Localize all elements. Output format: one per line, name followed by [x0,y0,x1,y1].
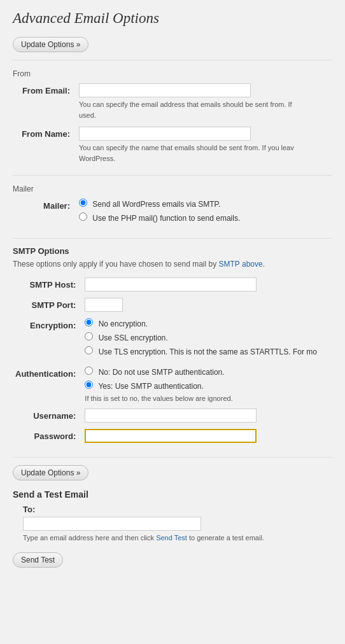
from-name-input[interactable] [79,127,251,141]
phpmail-radio-label[interactable]: Use the PHP mail() function to send emai… [79,213,330,223]
no-auth-text: No: Do not use SMTP authentication. [99,368,225,377]
tls-encryption-label[interactable]: Use TLS encryption. This is not the same… [85,346,330,356]
encryption-radio-group: No encryption. Use SSL encryption. Use T… [85,318,330,356]
smtp-host-field-cell [82,275,332,295]
tls-encryption-radio[interactable] [85,346,93,354]
phpmail-radio[interactable] [79,213,87,221]
test-email-help: Type an email address here and then clic… [23,533,265,543]
from-name-help: You can specify the name that emails sho… [79,143,321,164]
smtp-host-label: SMTP Host: [13,275,82,295]
from-email-row: From Email: You can specify the email ad… [13,81,332,124]
yes-auth-label[interactable]: Yes: Use SMTP authentication. [85,381,330,391]
password-label: Password: [13,426,82,447]
send-test-link[interactable]: Send Test [156,534,187,542]
from-name-field-cell: You can specify the name that emails sho… [76,124,332,167]
update-options-bottom-button[interactable]: Update Options » [13,465,88,480]
from-section-label: From [13,69,332,78]
send-test-container: Send Test [13,552,332,568]
from-name-row: From Name: You can specify the name that… [13,124,332,167]
tls-encryption-text: Use TLS encryption. This is not the same… [99,347,317,356]
ssl-encryption-label[interactable]: Use SSL encryption. [85,332,330,342]
test-section-heading: Send a Test Email [13,489,332,500]
test-email-input[interactable] [23,517,201,531]
mailer-row: Mailer: Send all WordPress emails via SM… [13,196,332,230]
update-options-top-button[interactable]: Update Options » [13,37,88,52]
encryption-row: Encryption: No encryption. Use SSL encry… [13,316,332,364]
smtp-port-row: SMTP Port: [13,295,332,316]
page-title: Advanced Email Options [13,10,332,27]
smtp-radio[interactable] [79,199,87,207]
authentication-label: Authentication: [13,364,82,406]
mailer-field-cell: Send all WordPress emails via SMTP. Use … [76,196,332,230]
auth-radio-group: No: Do not use SMTP authentication. Yes:… [85,367,330,391]
no-encryption-text: No encryption. [99,319,148,328]
mailer-section-label: Mailer [13,185,332,193]
smtp-link[interactable]: SMTP above [219,260,263,269]
smtp-port-input[interactable] [85,298,123,312]
encryption-field-cell: No encryption. Use SSL encryption. Use T… [82,316,332,364]
smtp-form-table: SMTP Host: SMTP Port: Encryption: No enc… [13,275,332,447]
ssl-encryption-radio[interactable] [85,332,93,340]
from-email-input[interactable] [79,83,251,97]
phpmail-radio-text: Use the PHP mail() function to send emai… [92,214,240,223]
username-field-cell [82,406,332,426]
smtp-port-label: SMTP Port: [13,295,82,316]
password-field-cell [82,426,332,447]
username-row: Username: [13,406,332,426]
password-row: Password: [13,426,332,447]
from-form-table: From Email: You can specify the email ad… [13,81,332,167]
test-email-container: To: Type an email address here and then … [23,505,332,543]
smtp-radio-label[interactable]: Send all WordPress emails via SMTP. [79,199,330,209]
from-email-field-cell: You can specify the email address that e… [76,81,332,124]
no-auth-radio[interactable] [85,367,93,375]
no-encryption-label[interactable]: No encryption. [85,318,330,328]
smtp-port-field-cell [82,295,332,316]
authentication-field-cell: No: Do not use SMTP authentication. Yes:… [82,364,332,406]
smtp-host-input[interactable] [85,277,257,291]
username-label: Username: [13,406,82,426]
mailer-radio-group: Send all WordPress emails via SMTP. Use … [79,199,330,223]
username-input[interactable] [85,409,257,423]
smtp-host-row: SMTP Host: [13,275,332,295]
auth-note: If this is set to no, the values below a… [85,395,330,402]
no-auth-label[interactable]: No: Do not use SMTP authentication. [85,367,330,377]
from-email-help: You can specify the email address that e… [79,99,321,120]
ssl-encryption-text: Use SSL encryption. [99,333,168,342]
yes-auth-radio[interactable] [85,381,93,389]
to-label: To: [23,505,332,514]
yes-auth-text: Yes: Use SMTP authentication. [98,382,203,391]
send-test-button[interactable]: Send Test [13,552,63,568]
from-email-label: From Email: [13,81,76,124]
smtp-section-heading: SMTP Options [13,246,332,256]
smtp-radio-text: Send all WordPress emails via SMTP. [92,200,220,209]
mailer-label: Mailer: [13,196,76,230]
authentication-row: Authentication: No: Do not use SMTP auth… [13,364,332,406]
no-encryption-radio[interactable] [85,318,93,326]
mailer-form-table: Mailer: Send all WordPress emails via SM… [13,196,332,230]
smtp-description: These options only apply if you have cho… [13,260,332,269]
encryption-label: Encryption: [13,316,82,364]
password-input[interactable] [85,429,257,443]
from-name-label: From Name: [13,124,76,167]
